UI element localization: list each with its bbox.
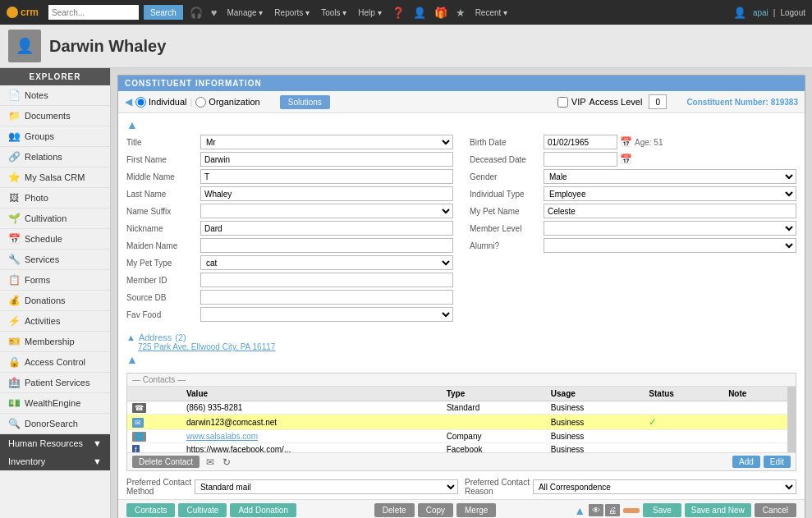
cancel-button[interactable]: Cancel	[755, 503, 796, 517]
save-button[interactable]: Save	[643, 503, 681, 517]
gender-select[interactable]: Male Female	[544, 169, 796, 184]
search-input[interactable]	[48, 5, 139, 20]
sidebar-item-donor-search[interactable]: 🔍 DonorSearch	[0, 414, 110, 434]
lastname-label: Last Name	[126, 190, 200, 199]
merge-button[interactable]: Merge	[456, 503, 496, 517]
edit-contact-button[interactable]: Edit	[764, 456, 791, 468]
search-button[interactable]: Search	[144, 5, 183, 20]
nickname-input[interactable]	[200, 221, 453, 236]
preferred-reason-select[interactable]: All Correspondence None	[533, 479, 796, 494]
sidebar-item-membership[interactable]: 🎫 Membership	[0, 332, 110, 352]
sidebar-item-notes[interactable]: 📄 Notes	[0, 85, 110, 106]
lastname-input[interactable]	[200, 186, 453, 201]
add-contact-button[interactable]: Add	[732, 456, 760, 468]
question-icon[interactable]: ❓	[392, 7, 405, 19]
favfood-select[interactable]	[200, 307, 453, 322]
solutions-button[interactable]: Solutions	[280, 95, 330, 109]
email-action-icon[interactable]: ✉	[206, 456, 214, 468]
gift-icon[interactable]: 🎁	[434, 7, 447, 19]
sidebar-item-groups[interactable]: 👥 Groups	[0, 126, 110, 147]
memberlevel-select[interactable]	[544, 221, 796, 236]
contacts-button[interactable]: Contacts	[126, 503, 175, 517]
table-row[interactable]: ☎ (866) 935-8281 Standard Business	[127, 401, 787, 415]
manage-menu[interactable]: Manage ▾	[227, 8, 263, 17]
sidebar-item-cultivation[interactable]: 🌱 Cultivation	[0, 209, 110, 229]
add-donation-button[interactable]: Add Donation	[230, 503, 296, 517]
contact-value: darwin123@comcast.net	[181, 415, 442, 430]
vip-checkbox[interactable]	[557, 97, 568, 108]
sidebar-item-services[interactable]: 🔧 Services	[0, 250, 110, 270]
save-and-new-button[interactable]: Save and New	[685, 503, 751, 517]
print-icon[interactable]: 🖨	[605, 504, 620, 516]
people-icon[interactable]: 👤	[413, 7, 426, 19]
table-row[interactable]: ✉ darwin123@comcast.net Business ✓	[127, 415, 787, 430]
delete-contact-button[interactable]: Delete Contact	[132, 456, 200, 468]
sidebar-item-activities[interactable]: ⚡ Activities	[0, 311, 110, 332]
refresh-icon[interactable]: ↻	[222, 456, 231, 468]
sidebar-item-human-resources[interactable]: Human Resources ▼	[0, 434, 110, 452]
middlename-input[interactable]	[200, 169, 453, 184]
address-up-arrow: ▲	[126, 332, 135, 342]
birthdate-input[interactable]	[544, 135, 617, 149]
tools-menu[interactable]: Tools ▾	[321, 8, 346, 17]
up-arrow-top[interactable]: ▲	[126, 118, 796, 131]
table-row[interactable]: 🌐 www.salsalabs.com Company Business	[127, 430, 787, 443]
contact-icon-cell: f	[127, 443, 181, 453]
sidebar-item-relations[interactable]: 🔗 Relations	[0, 147, 110, 167]
star-icon[interactable]: ★	[456, 7, 466, 19]
firstname-input[interactable]	[200, 152, 453, 167]
scrollbar[interactable]	[787, 387, 796, 452]
preferred-method-select[interactable]: Standard mail Email	[195, 479, 458, 494]
memberid-input[interactable]	[200, 273, 453, 287]
sidebar-item-donations[interactable]: 💰 Donations	[0, 291, 110, 311]
mypetname-input[interactable]	[544, 204, 796, 218]
address-value[interactable]: 725 Park Ave, Ellwood City, PA 16117	[138, 342, 796, 351]
copy-button[interactable]: Copy	[418, 503, 453, 517]
back-arrow[interactable]: ◀	[125, 96, 132, 108]
reports-menu[interactable]: Reports ▾	[274, 8, 310, 17]
namesuffix-select[interactable]	[200, 204, 453, 218]
sidebar-item-inventory[interactable]: Inventory ▼	[0, 452, 110, 470]
cultivate-button[interactable]: Cultivate	[178, 503, 227, 517]
view-icon[interactable]: 👁	[589, 504, 603, 516]
address-header[interactable]: ▲ Address (2)	[126, 332, 796, 342]
patient-services-icon: 🏥	[8, 377, 20, 388]
maidenname-input[interactable]	[200, 238, 453, 253]
organization-radio[interactable]	[195, 97, 206, 108]
heart-icon[interactable]: ♥	[211, 7, 218, 19]
address-down-arrow[interactable]: ▲	[126, 353, 796, 366]
deceaseddate-input[interactable]	[544, 152, 617, 167]
sidebar-item-documents[interactable]: 📁 Documents	[0, 106, 110, 126]
headphone-icon[interactable]: 🎧	[190, 7, 203, 19]
sidebar-item-schedule[interactable]: 📅 Schedule	[0, 229, 110, 250]
mypettype-select[interactable]: cat dog	[200, 255, 453, 270]
deceased-calendar-icon[interactable]: 📅	[620, 154, 632, 165]
sidebar-item-access-control[interactable]: 🔒 Access Control	[0, 352, 110, 373]
calendar-icon[interactable]: 📅	[620, 136, 632, 148]
orange-action-button[interactable]	[623, 508, 640, 513]
tab-organization[interactable]: Organization	[195, 97, 259, 108]
recent-menu[interactable]: Recent ▾	[475, 8, 507, 17]
sidebar-label-patient-services: Patient Services	[25, 378, 89, 387]
sidebar-label-documents: Documents	[25, 111, 71, 121]
table-row[interactable]: f https://www.facebook.com/... Facebook …	[127, 443, 787, 453]
logout-link[interactable]: Logout	[780, 8, 805, 17]
sidebar-item-forms[interactable]: 📋 Forms	[0, 270, 110, 291]
tab-individual[interactable]: Individual	[135, 97, 186, 108]
sourcedb-input[interactable]	[200, 290, 453, 305]
help-menu[interactable]: Help ▾	[358, 8, 381, 17]
individualtype-select[interactable]: Employee Volunteer	[544, 186, 796, 201]
delete-button[interactable]: Delete	[374, 503, 415, 517]
sidebar-item-mysalsa[interactable]: ⭐ My Salsa CRM	[0, 167, 110, 188]
access-level-input[interactable]	[649, 94, 667, 109]
individual-radio[interactable]	[135, 97, 146, 108]
sidebar-item-photo[interactable]: 🖼 Photo	[0, 188, 110, 209]
sidebar-item-wealth-engine[interactable]: 💵 WealthEngine	[0, 393, 110, 414]
title-select[interactable]: Mr Mrs Ms Dr	[200, 135, 453, 149]
sidebar-item-patient-services[interactable]: 🏥 Patient Services	[0, 373, 110, 393]
col-usage: Usage	[546, 387, 645, 401]
nav-triangle-up[interactable]: ▲	[574, 504, 585, 517]
content-area: CONSTITUENT INFORMATION ◀ Individual | O…	[111, 68, 812, 518]
alumni-select[interactable]	[544, 238, 796, 253]
page-icons: ▲	[574, 504, 585, 517]
